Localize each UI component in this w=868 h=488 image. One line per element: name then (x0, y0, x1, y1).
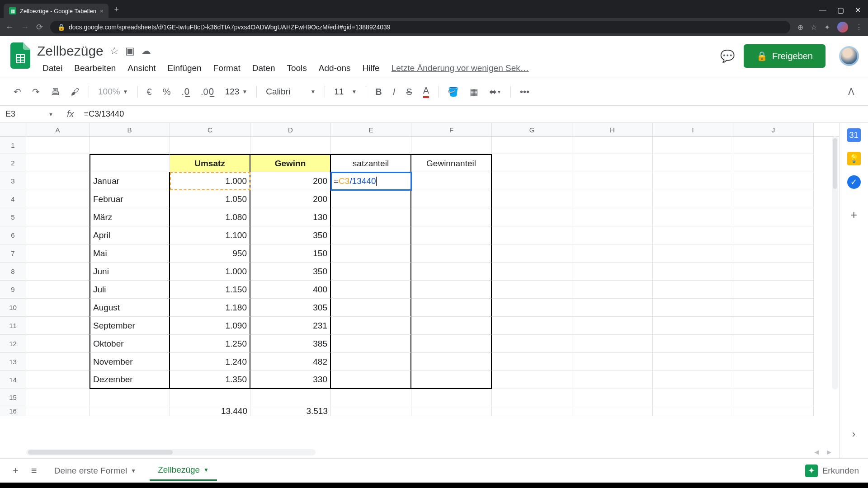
back-button[interactable]: ← (5, 23, 14, 32)
grid[interactable]: A B C D E F G H I J 1 0,0744047619× 2 Um (0, 123, 839, 458)
borders-button[interactable]: ▦ (465, 83, 483, 101)
cell[interactable] (26, 137, 90, 154)
explore-button[interactable]: ✦ Erkunden (805, 465, 859, 477)
menu-daten[interactable]: Daten (247, 61, 281, 76)
menu-datei[interactable]: Datei (37, 61, 68, 76)
cell[interactable] (653, 208, 733, 226)
cell[interactable] (90, 137, 170, 154)
cell[interactable] (572, 299, 653, 317)
cell[interactable] (411, 371, 492, 389)
col-header[interactable]: G (492, 123, 572, 136)
formula-input[interactable]: =C3/13440 (82, 108, 868, 121)
cell[interactable] (26, 226, 90, 244)
sheet-tab-active[interactable]: Zellbezüge▼ (150, 460, 217, 481)
cell[interactable] (26, 263, 90, 281)
month-cell[interactable]: Januar (90, 172, 170, 190)
cell[interactable] (653, 406, 733, 416)
cell[interactable] (492, 263, 572, 281)
col-header[interactable]: D (250, 123, 331, 136)
cell[interactable] (653, 299, 733, 317)
gewinn-cell[interactable]: 200 (250, 172, 331, 190)
url-input[interactable]: 🔒 docs.google.com/spreadsheets/d/1GE-twI… (50, 21, 790, 33)
gewinn-cell[interactable]: 330 (250, 371, 331, 389)
total-umsatz[interactable]: 13.440 (170, 406, 250, 416)
scroll-left-icon[interactable]: ◄ (813, 448, 820, 456)
cell[interactable] (331, 389, 411, 406)
cell[interactable] (411, 137, 492, 154)
cell[interactable] (170, 389, 250, 406)
cell[interactable] (331, 281, 411, 299)
cell[interactable] (733, 137, 814, 154)
vertical-scrollbar[interactable] (832, 136, 838, 389)
cell[interactable] (26, 406, 90, 416)
comments-icon[interactable]: 💬 (720, 49, 735, 63)
cell[interactable] (331, 353, 411, 371)
cell[interactable] (26, 335, 90, 353)
col-header[interactable]: C (170, 123, 250, 136)
menu-addons[interactable]: Add-ons (313, 61, 356, 76)
menu-format[interactable]: Format (208, 61, 246, 76)
more-toolbar-button[interactable]: ••• (515, 83, 534, 101)
row-header[interactable]: 15 (0, 389, 26, 406)
cell[interactable] (26, 389, 90, 406)
cell[interactable] (492, 389, 572, 406)
umsatz-cell[interactable]: 1.180 (170, 299, 250, 317)
umsatz-cell[interactable]: 1.000 (170, 263, 250, 281)
gewinn-cell[interactable]: 150 (250, 244, 331, 263)
cell[interactable] (411, 299, 492, 317)
cell[interactable] (26, 317, 90, 335)
cell[interactable] (733, 263, 814, 281)
cell[interactable] (653, 190, 733, 208)
cell[interactable] (411, 172, 492, 190)
col-header[interactable]: F (411, 123, 492, 136)
cell[interactable] (492, 371, 572, 389)
reload-button[interactable]: ⟳ (36, 22, 43, 32)
sheets-logo-icon[interactable] (9, 41, 32, 70)
print-button[interactable]: 🖶 (46, 83, 64, 101)
umsatz-cell[interactable]: 1.150 (170, 281, 250, 299)
umsatz-cell[interactable]: 1.240 (170, 353, 250, 371)
menu-ansicht[interactable]: Ansicht (122, 61, 161, 76)
row-header[interactable]: 16 (0, 406, 26, 416)
calendar-icon[interactable]: 31 (847, 128, 861, 142)
cell[interactable] (653, 226, 733, 244)
gewinn-cell[interactable]: 385 (250, 335, 331, 353)
cell[interactable] (411, 190, 492, 208)
cell[interactable] (90, 154, 170, 172)
cell[interactable]: 0,0744047619× (331, 137, 411, 154)
undo-button[interactable]: ↶ (9, 83, 26, 101)
star-icon[interactable]: ☆ (110, 45, 119, 57)
last-edit-link[interactable]: Letzte Änderung vor wenigen Sek… (386, 61, 534, 76)
editing-cell[interactable]: =C3/13440 (331, 172, 411, 190)
italic-button[interactable]: I (388, 83, 400, 101)
cell[interactable] (492, 190, 572, 208)
gewinn-cell[interactable]: 130 (250, 208, 331, 226)
move-icon[interactable]: ▣ (125, 45, 135, 57)
row-header[interactable]: 5 (0, 208, 26, 226)
month-cell[interactable]: April (90, 226, 170, 244)
header-umsatzanteil[interactable]: E3satzanteil (331, 154, 411, 172)
cell[interactable] (411, 244, 492, 263)
umsatz-cell[interactable]: 1.050 (170, 190, 250, 208)
row-header[interactable]: 8 (0, 263, 26, 281)
cell[interactable] (492, 406, 572, 416)
umsatz-cell[interactable]: 1.090 (170, 317, 250, 335)
cell[interactable] (733, 317, 814, 335)
cell[interactable] (653, 281, 733, 299)
keep-icon[interactable]: 💡 (847, 152, 861, 165)
cell[interactable] (653, 244, 733, 263)
umsatz-cell[interactable]: 1.000 (170, 172, 250, 190)
text-color-button[interactable]: A (419, 82, 434, 102)
header-gewinn[interactable]: Gewinn (250, 154, 331, 172)
cell[interactable] (26, 353, 90, 371)
umsatz-cell[interactable]: 1.080 (170, 208, 250, 226)
cell[interactable] (492, 317, 572, 335)
total-gewinn[interactable]: 3.513 (250, 406, 331, 416)
cell[interactable] (572, 244, 653, 263)
cell[interactable] (250, 137, 331, 154)
name-box[interactable]: E3▼ (0, 107, 59, 122)
header-gewinnanteil[interactable]: Gewinnanteil (411, 154, 492, 172)
menu-icon[interactable]: ⋮ (855, 23, 863, 32)
cell[interactable] (653, 137, 733, 154)
cell[interactable] (653, 263, 733, 281)
